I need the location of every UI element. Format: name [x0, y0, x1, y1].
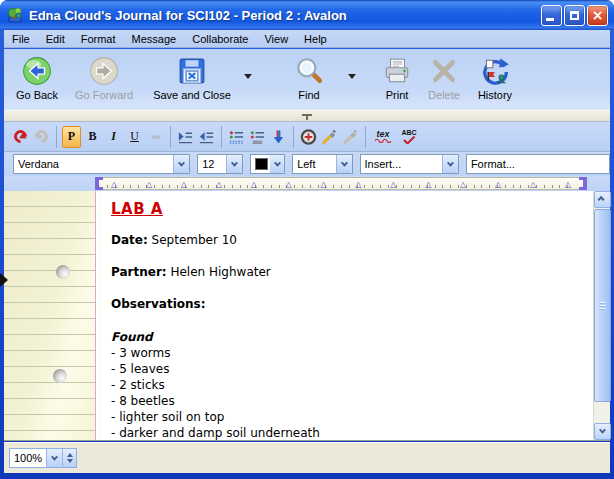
move-down-button[interactable] [269, 126, 288, 148]
find-button[interactable]: Find [282, 53, 336, 107]
doc-field-partner: Partner: Helen Highwater [111, 265, 583, 280]
eyedropper-button [341, 126, 360, 148]
chevron-down-icon [244, 74, 252, 79]
scroll-up-button[interactable] [594, 191, 611, 208]
ruler-tabs: △△△△△△△△△△△△△△ [111, 178, 571, 190]
scroll-down-button[interactable] [594, 423, 611, 440]
doc-found-item: - 8 beetles [111, 393, 583, 409]
status-bar: 100% [4, 442, 610, 473]
save-and-close-button[interactable]: Save and Close [144, 53, 240, 107]
history-button[interactable]: History [468, 53, 522, 107]
menu-help[interactable]: Help [296, 32, 335, 46]
title-bar[interactable]: Edna Cloud's Journal for SCI102 - Period… [0, 0, 614, 30]
menu-edit[interactable]: Edit [38, 32, 73, 46]
decrease-indent-button[interactable] [197, 126, 216, 148]
numbered-list-button[interactable] [248, 126, 267, 148]
app-window: Edna Cloud's Journal for SCI102 - Period… [0, 0, 614, 479]
ruler-tab-marker[interactable]: △ [565, 180, 571, 190]
app-icon[interactable] [6, 6, 24, 24]
font-size-select[interactable]: 12 [197, 154, 243, 174]
insert-object-button[interactable] [299, 126, 318, 148]
ruler-tab-marker[interactable]: △ [495, 180, 501, 190]
go-back-icon [22, 55, 52, 87]
chevron-down-icon[interactable] [173, 155, 189, 173]
chevron-down-icon [599, 427, 606, 434]
content-area: LAB A Date: September 10 Partner: Helen … [4, 191, 610, 441]
doc-found-item: - 3 worms [111, 345, 583, 361]
ruler-tab-marker[interactable]: △ [425, 180, 431, 190]
chevron-down-icon[interactable] [226, 155, 242, 173]
chevron-up-icon [598, 196, 605, 203]
eyedropper-gray-icon [342, 128, 359, 146]
redo-button[interactable] [32, 126, 51, 148]
scrollbar-thumb[interactable] [594, 209, 611, 402]
menu-view[interactable]: View [256, 32, 296, 46]
ruler-tab-marker[interactable]: △ [320, 180, 326, 190]
zoom-dropdown-button[interactable] [46, 449, 62, 467]
underline-button[interactable]: U [125, 126, 144, 148]
menu-message[interactable]: Message [124, 32, 185, 46]
history-icon [480, 55, 510, 87]
spellcheck-button[interactable]: ABC [397, 126, 421, 148]
ruler-tab-marker[interactable]: △ [355, 180, 361, 190]
eyedropper-yellow-icon [321, 128, 338, 146]
minimize-icon [546, 18, 554, 21]
paragraph-style-button[interactable]: P [62, 126, 81, 148]
zoom-stepper[interactable] [62, 449, 76, 467]
maximize-button[interactable] [564, 5, 585, 26]
zoom-control[interactable]: 100% [9, 448, 77, 468]
ruler-right-margin-marker[interactable] [579, 177, 587, 190]
ruler-tab-marker[interactable]: △ [251, 180, 257, 190]
chevron-down-icon[interactable] [270, 155, 284, 173]
move-down-icon [270, 128, 287, 146]
alignment-select[interactable]: Left [292, 154, 352, 174]
go-back-button[interactable]: Go Back [10, 53, 64, 107]
increase-indent-button[interactable] [176, 126, 195, 148]
ruler-tab-marker[interactable]: △ [390, 180, 396, 190]
delete-button: Delete [420, 53, 468, 107]
chevron-down-icon[interactable] [336, 155, 352, 173]
bold-button[interactable]: B [83, 126, 102, 148]
close-button[interactable]: × [587, 5, 608, 26]
save-options-caret[interactable] [240, 53, 256, 99]
chevron-down-icon[interactable] [442, 155, 458, 173]
format-select[interactable]: Format... [466, 154, 610, 174]
minimize-button[interactable] [541, 5, 562, 26]
scrollbar-vertical[interactable] [593, 191, 610, 440]
ruler-tab-marker[interactable]: △ [286, 180, 292, 190]
menu-bar: File Edit Format Message Collaborate Vie… [4, 30, 610, 48]
font-color-select[interactable] [250, 154, 285, 174]
go-forward-icon [89, 55, 119, 87]
separator [293, 126, 294, 148]
undo-button[interactable] [11, 126, 30, 148]
ruler-tab-marker[interactable]: △ [216, 180, 222, 190]
menu-format[interactable]: Format [73, 32, 124, 46]
document-page[interactable]: LAB A Date: September 10 Partner: Helen … [100, 191, 593, 440]
ruler-tab-marker[interactable]: △ [530, 180, 536, 190]
menu-file[interactable]: File [4, 32, 38, 46]
font-toolbar: Verdana 12 Left Insert... Format... [4, 152, 610, 176]
doc-found-item: - lighter soil on top [111, 409, 583, 425]
highlight-color-button[interactable] [320, 126, 339, 148]
window-title: Edna Cloud's Journal for SCI102 - Period… [29, 8, 541, 23]
insert-select[interactable]: Insert... [360, 154, 459, 174]
ruler-left-margin-marker[interactable] [95, 177, 103, 190]
ruler-tab-marker[interactable]: △ [111, 180, 117, 190]
ruler-tab-marker[interactable]: △ [460, 180, 466, 190]
bulleted-list-button[interactable] [227, 126, 246, 148]
italic-button[interactable]: I [104, 126, 123, 148]
toolbar-splitter[interactable] [4, 110, 610, 122]
separator [170, 126, 171, 148]
close-icon: × [592, 8, 604, 22]
pane-splitter-arrow[interactable] [0, 273, 8, 287]
ruler-tab-marker[interactable]: △ [146, 180, 152, 190]
spin-up-icon [67, 453, 73, 457]
find-options-caret[interactable] [344, 53, 360, 99]
find-icon [294, 55, 324, 87]
autocorrect-button[interactable]: tex [371, 126, 395, 148]
menu-collaborate[interactable]: Collaborate [184, 32, 256, 46]
ruler-tab-marker[interactable]: △ [181, 180, 187, 190]
font-family-select[interactable]: Verdana [13, 154, 190, 174]
spellcheck-icon: ABC [401, 129, 416, 144]
print-button[interactable]: Print [374, 53, 420, 107]
